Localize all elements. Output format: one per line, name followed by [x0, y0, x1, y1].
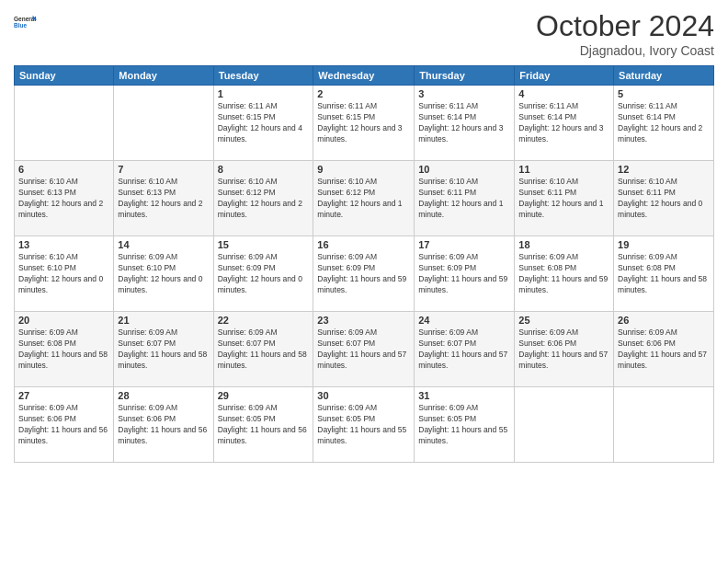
table-row [15, 86, 114, 161]
calendar-week-row: 27Sunrise: 6:09 AM Sunset: 6:06 PM Dayli… [15, 387, 714, 463]
day-info: Sunrise: 6:11 AM Sunset: 6:15 PM Dayligh… [218, 101, 310, 145]
day-info: Sunrise: 6:10 AM Sunset: 6:13 PM Dayligh… [118, 177, 209, 221]
day-number: 11 [518, 164, 609, 175]
day-number: 23 [317, 315, 410, 326]
table-row: 8Sunrise: 6:10 AM Sunset: 6:12 PM Daylig… [213, 161, 313, 236]
table-row [515, 387, 614, 463]
calendar-week-row: 6Sunrise: 6:10 AM Sunset: 6:13 PM Daylig… [15, 161, 714, 236]
day-info: Sunrise: 6:10 AM Sunset: 6:12 PM Dayligh… [317, 177, 410, 221]
day-number: 25 [518, 315, 609, 326]
day-info: Sunrise: 6:09 AM Sunset: 6:06 PM Dayligh… [618, 327, 710, 372]
header: GeneralBlue October 2024 Djagnadou, Ivor… [14, 9, 714, 58]
day-info: Sunrise: 6:10 AM Sunset: 6:11 PM Dayligh… [618, 177, 710, 221]
day-number: 20 [18, 315, 109, 326]
day-info: Sunrise: 6:09 AM Sunset: 6:08 PM Dayligh… [518, 252, 609, 296]
day-number: 8 [218, 164, 310, 175]
day-number: 4 [518, 88, 609, 99]
day-number: 29 [218, 390, 310, 401]
table-row: 16Sunrise: 6:09 AM Sunset: 6:09 PM Dayli… [313, 236, 415, 312]
calendar-table: Sunday Monday Tuesday Wednesday Thursday… [14, 65, 714, 463]
table-row: 17Sunrise: 6:09 AM Sunset: 6:09 PM Dayli… [415, 236, 515, 312]
col-saturday: Saturday [614, 66, 714, 86]
table-row: 23Sunrise: 6:09 AM Sunset: 6:07 PM Dayli… [313, 312, 415, 387]
table-row: 3Sunrise: 6:11 AM Sunset: 6:14 PM Daylig… [415, 86, 515, 161]
table-row: 30Sunrise: 6:09 AM Sunset: 6:05 PM Dayli… [313, 387, 415, 463]
day-number: 19 [618, 239, 710, 250]
day-info: Sunrise: 6:09 AM Sunset: 6:05 PM Dayligh… [317, 403, 410, 447]
table-row: 31Sunrise: 6:09 AM Sunset: 6:05 PM Dayli… [415, 387, 515, 463]
day-info: Sunrise: 6:09 AM Sunset: 6:07 PM Dayligh… [418, 327, 510, 372]
title-area: October 2024 Djagnadou, Ivory Coast [536, 9, 714, 58]
table-row [614, 387, 714, 463]
svg-text:Blue: Blue [14, 22, 27, 29]
table-row: 29Sunrise: 6:09 AM Sunset: 6:05 PM Dayli… [213, 387, 313, 463]
col-friday: Friday [515, 66, 614, 86]
day-number: 17 [418, 239, 510, 250]
calendar-week-row: 1Sunrise: 6:11 AM Sunset: 6:15 PM Daylig… [15, 86, 714, 161]
day-info: Sunrise: 6:11 AM Sunset: 6:15 PM Dayligh… [317, 101, 410, 145]
table-row: 28Sunrise: 6:09 AM Sunset: 6:06 PM Dayli… [114, 387, 213, 463]
day-info: Sunrise: 6:09 AM Sunset: 6:08 PM Dayligh… [18, 327, 109, 372]
calendar-week-row: 20Sunrise: 6:09 AM Sunset: 6:08 PM Dayli… [15, 312, 714, 387]
day-info: Sunrise: 6:10 AM Sunset: 6:11 PM Dayligh… [518, 177, 609, 221]
day-info: Sunrise: 6:09 AM Sunset: 6:08 PM Dayligh… [618, 252, 710, 296]
day-number: 27 [18, 390, 109, 401]
table-row: 9Sunrise: 6:10 AM Sunset: 6:12 PM Daylig… [313, 161, 415, 236]
day-info: Sunrise: 6:09 AM Sunset: 6:07 PM Dayligh… [317, 327, 410, 372]
table-row: 26Sunrise: 6:09 AM Sunset: 6:06 PM Dayli… [614, 312, 714, 387]
day-number: 21 [118, 315, 209, 326]
day-info: Sunrise: 6:10 AM Sunset: 6:11 PM Dayligh… [418, 177, 510, 221]
calendar-header-row: Sunday Monday Tuesday Wednesday Thursday… [15, 66, 714, 86]
day-number: 26 [618, 315, 710, 326]
calendar-page: GeneralBlue October 2024 Djagnadou, Ivor… [0, 0, 728, 563]
day-number: 3 [418, 88, 510, 99]
day-info: Sunrise: 6:09 AM Sunset: 6:07 PM Dayligh… [118, 327, 209, 372]
day-info: Sunrise: 6:11 AM Sunset: 6:14 PM Dayligh… [518, 101, 609, 145]
day-number: 18 [518, 239, 609, 250]
day-number: 31 [418, 390, 510, 401]
day-number: 15 [218, 239, 310, 250]
day-number: 10 [418, 164, 510, 175]
table-row: 4Sunrise: 6:11 AM Sunset: 6:14 PM Daylig… [515, 86, 614, 161]
table-row: 14Sunrise: 6:09 AM Sunset: 6:10 PM Dayli… [114, 236, 213, 312]
col-tuesday: Tuesday [213, 66, 313, 86]
logo: GeneralBlue [14, 9, 40, 35]
day-number: 24 [418, 315, 510, 326]
table-row [114, 86, 213, 161]
day-info: Sunrise: 6:09 AM Sunset: 6:10 PM Dayligh… [118, 252, 209, 296]
table-row: 7Sunrise: 6:10 AM Sunset: 6:13 PM Daylig… [114, 161, 213, 236]
day-number: 16 [317, 239, 410, 250]
col-thursday: Thursday [415, 66, 515, 86]
day-number: 1 [218, 88, 310, 99]
day-number: 5 [618, 88, 710, 99]
table-row: 15Sunrise: 6:09 AM Sunset: 6:09 PM Dayli… [213, 236, 313, 312]
table-row: 5Sunrise: 6:11 AM Sunset: 6:14 PM Daylig… [614, 86, 714, 161]
table-row: 27Sunrise: 6:09 AM Sunset: 6:06 PM Dayli… [15, 387, 114, 463]
day-info: Sunrise: 6:10 AM Sunset: 6:13 PM Dayligh… [18, 177, 109, 221]
day-number: 12 [618, 164, 710, 175]
table-row: 10Sunrise: 6:10 AM Sunset: 6:11 PM Dayli… [415, 161, 515, 236]
table-row: 6Sunrise: 6:10 AM Sunset: 6:13 PM Daylig… [15, 161, 114, 236]
day-info: Sunrise: 6:09 AM Sunset: 6:09 PM Dayligh… [317, 252, 410, 296]
col-sunday: Sunday [15, 66, 114, 86]
day-info: Sunrise: 6:11 AM Sunset: 6:14 PM Dayligh… [418, 101, 510, 145]
day-info: Sunrise: 6:11 AM Sunset: 6:14 PM Dayligh… [618, 101, 710, 145]
table-row: 1Sunrise: 6:11 AM Sunset: 6:15 PM Daylig… [213, 86, 313, 161]
day-info: Sunrise: 6:09 AM Sunset: 6:06 PM Dayligh… [518, 327, 609, 372]
location-subtitle: Djagnadou, Ivory Coast [536, 43, 714, 58]
day-info: Sunrise: 6:10 AM Sunset: 6:12 PM Dayligh… [218, 177, 310, 221]
day-number: 2 [317, 88, 410, 99]
day-info: Sunrise: 6:09 AM Sunset: 6:06 PM Dayligh… [18, 403, 109, 447]
day-info: Sunrise: 6:09 AM Sunset: 6:05 PM Dayligh… [218, 403, 310, 447]
col-monday: Monday [114, 66, 213, 86]
day-info: Sunrise: 6:10 AM Sunset: 6:10 PM Dayligh… [18, 252, 109, 296]
day-info: Sunrise: 6:09 AM Sunset: 6:09 PM Dayligh… [418, 252, 510, 296]
month-title: October 2024 [536, 9, 714, 43]
day-number: 22 [218, 315, 310, 326]
day-number: 14 [118, 239, 209, 250]
table-row: 21Sunrise: 6:09 AM Sunset: 6:07 PM Dayli… [114, 312, 213, 387]
day-number: 6 [18, 164, 109, 175]
day-info: Sunrise: 6:09 AM Sunset: 6:07 PM Dayligh… [218, 327, 310, 372]
table-row: 11Sunrise: 6:10 AM Sunset: 6:11 PM Dayli… [515, 161, 614, 236]
day-number: 28 [118, 390, 209, 401]
